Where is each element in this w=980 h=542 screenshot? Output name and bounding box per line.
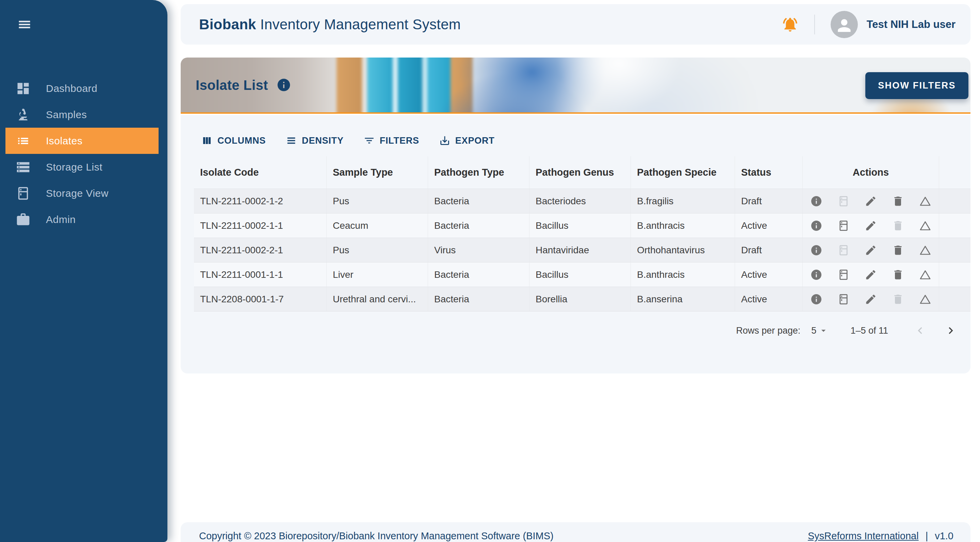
warning-button[interactable] (918, 292, 932, 306)
sidebar-item-storage-view[interactable]: Storage View (5, 180, 159, 206)
toolbar-button-label: EXPORT (455, 136, 495, 146)
sidebar-item-label: Storage List (46, 161, 102, 173)
edit-button[interactable] (864, 194, 878, 208)
content-card: COLUMNSDENSITYFILTERSEXPORT Isolate Code… (181, 115, 970, 373)
sidebar-item-storage-list[interactable]: Storage List (5, 154, 159, 180)
view-info-button[interactable] (810, 268, 823, 282)
cell-pathogen-specie: B.anthracis (631, 214, 735, 238)
cell-pathogen-type: Bacteria (428, 214, 530, 238)
sidebar-item-dashboard[interactable]: Dashboard (5, 75, 159, 102)
sysreforms-link[interactable]: SysReforms International (808, 531, 919, 542)
toolbar-density-button[interactable]: DENSITY (284, 133, 345, 148)
cell-status: Active (735, 263, 803, 287)
delete-button (891, 292, 905, 306)
admin-icon (16, 212, 30, 227)
sidebar-item-label: Samples (46, 109, 87, 121)
show-filters-button[interactable]: SHOW FILTERS (865, 72, 969, 99)
column-header-spacer (939, 156, 970, 189)
pagination-range: 1–5 of 11 (850, 325, 888, 336)
view-info-button[interactable] (810, 194, 823, 208)
toolbar-export-button[interactable]: EXPORT (438, 133, 496, 148)
storage-view-icon (16, 186, 30, 201)
cell-isolate-code: TLN-2211-0001-1-1 (194, 263, 327, 287)
notifications-bell-icon[interactable] (782, 16, 799, 33)
avatar[interactable] (830, 11, 858, 38)
view-info-button[interactable] (810, 292, 823, 306)
table-row: TLN-2211-0002-2-1PusVirusHantaviridaeOrt… (194, 238, 970, 263)
cell-isolate-code: TLN-2211-0002-1-1 (194, 214, 327, 238)
next-page-button[interactable] (944, 324, 958, 337)
cell-pathogen-specie: B.anserina (631, 287, 735, 311)
edit-button[interactable] (864, 244, 878, 257)
biobank-app: { "app_title": { "bold": "Biobank", "res… (0, 0, 980, 542)
user-name[interactable]: Test NIH Lab user (867, 18, 956, 31)
rows-per-page-label: Rows per page: (736, 325, 800, 336)
warning-button[interactable] (918, 244, 932, 257)
density-icon (285, 135, 297, 147)
app-title-rest: Inventory Management System (256, 16, 461, 32)
column-header-pathogen-specie[interactable]: Pathogen Specie (631, 156, 735, 189)
cell-status: Draft (735, 189, 803, 214)
table-body: TLN-2211-0002-1-2PusBacteriaBacteriodesB… (194, 189, 970, 311)
storage-button[interactable] (837, 292, 850, 306)
edit-button[interactable] (864, 292, 878, 306)
storage-button (837, 194, 850, 208)
export-icon (439, 135, 450, 147)
edit-button[interactable] (864, 268, 878, 282)
cell-spacer (939, 189, 970, 214)
delete-button[interactable] (891, 244, 905, 257)
sidebar-item-label: Admin (46, 214, 76, 225)
sidebar-item-isolates[interactable]: Isolates (5, 128, 159, 154)
column-header-sample-type[interactable]: Sample Type (327, 156, 428, 189)
cell-actions (803, 238, 939, 263)
delete-button[interactable] (891, 194, 905, 208)
rows-per-page-value: 5 (811, 325, 816, 336)
delete-button[interactable] (891, 268, 905, 282)
column-header-actions: Actions (803, 156, 939, 189)
menu-icon[interactable] (15, 17, 34, 32)
toolbar-columns-button[interactable]: COLUMNS (200, 133, 267, 148)
toolbar-filters-button[interactable]: FILTERS (362, 133, 421, 148)
sidebar-item-samples[interactable]: Samples (5, 102, 159, 128)
isolates-icon (16, 134, 30, 148)
view-info-button[interactable] (810, 244, 823, 257)
cell-pathogen-specie: Orthohantavirus (631, 238, 735, 263)
table-header-row: Isolate CodeSample TypePathogen TypePath… (194, 156, 970, 189)
view-info-button[interactable] (810, 219, 823, 233)
column-header-pathogen-type[interactable]: Pathogen Type (428, 156, 530, 189)
cell-status: Active (735, 214, 803, 238)
table-row: TLN-2211-0002-1-2PusBacteriaBacteriodesB… (194, 189, 970, 214)
table-row: TLN-2211-0002-1-1CeacumBacteriaBacillusB… (194, 214, 970, 238)
sidebar-item-admin[interactable]: Admin (5, 206, 159, 233)
storage-list-icon (16, 160, 30, 175)
cell-spacer (939, 287, 970, 311)
cell-actions (803, 287, 939, 311)
warning-button[interactable] (918, 268, 932, 282)
column-header-status[interactable]: Status (735, 156, 803, 189)
top-header: Biobank Inventory Management System Test… (181, 4, 970, 45)
warning-button[interactable] (918, 194, 932, 208)
sidebar: DashboardSamplesIsolatesStorage ListStor… (0, 0, 167, 542)
edit-button[interactable] (864, 219, 878, 233)
copyright-text: Copyright © 2023 Biorepository/Biobank I… (199, 531, 554, 542)
app-title: Biobank Inventory Management System (199, 16, 461, 33)
column-header-pathogen-genus[interactable]: Pathogen Genus (530, 156, 631, 189)
isolate-table: Isolate CodeSample TypePathogen TypePath… (194, 156, 970, 311)
cell-status: Draft (735, 238, 803, 263)
table-row: TLN-2211-0001-1-1LiverBacteriaBacillusB.… (194, 263, 970, 287)
sidebar-item-label: Isolates (46, 135, 82, 147)
info-icon[interactable] (276, 78, 291, 92)
delete-button (891, 219, 905, 233)
isolate-list-banner: Isolate List SHOW FILTERS (181, 57, 970, 114)
sidebar-item-label: Dashboard (46, 83, 97, 94)
header-right: Test NIH Lab user (782, 11, 956, 38)
storage-button[interactable] (837, 268, 850, 282)
column-header-isolate-code[interactable]: Isolate Code (194, 156, 327, 189)
page-title: Isolate List (196, 77, 268, 92)
rows-per-page-select[interactable]: 5 (811, 325, 829, 336)
storage-button[interactable] (837, 219, 850, 233)
cell-spacer (939, 263, 970, 287)
storage-button (837, 244, 850, 257)
chevron-right-icon (944, 324, 958, 337)
warning-button[interactable] (918, 219, 932, 233)
